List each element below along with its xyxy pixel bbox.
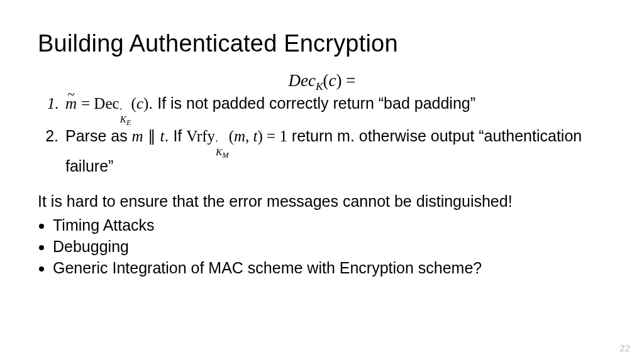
equation-deck: DecK(c) =: [38, 71, 606, 90]
bullet-item: Generic Integration of MAC scheme with E…: [53, 258, 606, 278]
slide: Building Authenticated Encryption DecK(c…: [0, 0, 644, 362]
slide-body: m = Dec′KE(c). If is not padded correctl…: [38, 93, 606, 278]
step1-text: . If is not padded correctly return “bad…: [148, 94, 475, 112]
slide-title: Building Authenticated Encryption: [38, 30, 606, 57]
step-1: m = Dec′KE(c). If is not padded correctl…: [63, 93, 606, 123]
bullet-item: Debugging: [53, 236, 606, 256]
bullet-item: Timing Attacks: [53, 215, 606, 235]
step2-mid: . If: [165, 127, 187, 145]
step-list: m = Dec′KE(c). If is not padded correctl…: [38, 93, 606, 176]
page-number: 22: [619, 343, 630, 353]
step2-pre: Parse as: [65, 127, 132, 145]
note-line: It is hard to ensure that the error mess…: [38, 191, 606, 211]
step2-tail: return m. otherwise output “authenticati…: [65, 127, 582, 175]
step-2: Parse as m ∥ t. If Vrfy′KM(m, t) = 1 ret…: [63, 126, 606, 176]
bullet-list: Timing Attacks Debugging Generic Integra…: [38, 215, 606, 278]
